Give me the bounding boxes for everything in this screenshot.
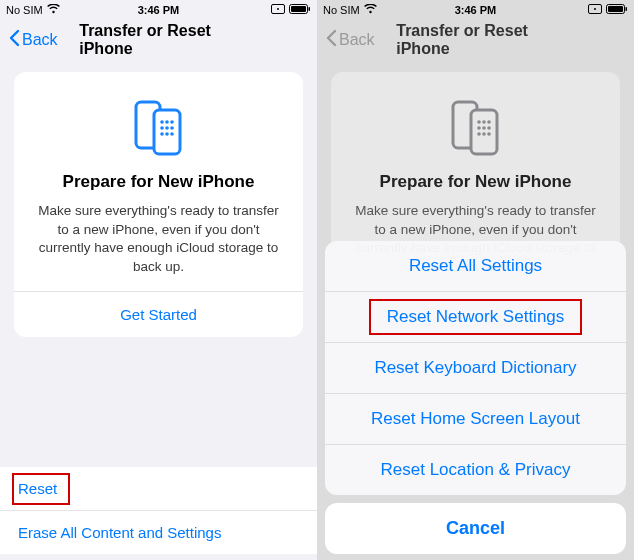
svg-point-14 [165, 132, 169, 136]
svg-point-27 [482, 126, 486, 130]
reset-row[interactable]: Reset [0, 467, 317, 511]
clock-label: 3:46 PM [138, 4, 180, 16]
svg-point-7 [160, 120, 164, 124]
reset-action-sheet: Reset All Settings Reset Network Setting… [325, 241, 626, 554]
bottom-list: Reset Erase All Content and Settings [0, 467, 317, 554]
svg-rect-4 [309, 7, 311, 11]
svg-point-23 [477, 120, 481, 124]
sheet-option-reset-all[interactable]: Reset All Settings [325, 241, 626, 292]
back-button[interactable]: Back [325, 29, 375, 51]
svg-point-26 [477, 126, 481, 130]
prepare-card: Prepare for New iPhone Make sure everyth… [14, 72, 303, 337]
chevron-left-icon [325, 29, 337, 51]
svg-point-10 [160, 126, 164, 130]
orientation-lock-icon [271, 4, 285, 16]
svg-point-8 [165, 120, 169, 124]
chevron-left-icon [8, 29, 20, 51]
clock-label: 3:46 PM [455, 4, 497, 16]
sheet-cancel-group: Cancel [325, 503, 626, 554]
iphones-icon [345, 96, 606, 162]
svg-rect-6 [154, 110, 180, 154]
battery-icon [606, 4, 628, 16]
card-title: Prepare for New iPhone [28, 172, 289, 192]
card-body: Make sure everything's ready to transfer… [28, 202, 289, 277]
right-screenshot: No SIM 3:46 PM Back Transfer or Reset iP… [317, 0, 634, 560]
iphones-icon [28, 96, 289, 162]
svg-point-9 [170, 120, 174, 124]
back-label: Back [22, 31, 58, 49]
nav-bar: Back Transfer or Reset iPhone [0, 20, 317, 60]
erase-row[interactable]: Erase All Content and Settings [0, 511, 317, 554]
svg-rect-19 [608, 6, 623, 12]
svg-point-28 [487, 126, 491, 130]
back-button[interactable]: Back [8, 29, 58, 51]
battery-icon [289, 4, 311, 16]
svg-point-30 [482, 132, 486, 136]
svg-point-11 [165, 126, 169, 130]
svg-point-12 [170, 126, 174, 130]
get-started-button[interactable]: Get Started [28, 292, 289, 337]
svg-rect-22 [471, 110, 497, 154]
svg-point-31 [487, 132, 491, 136]
page-title: Transfer or Reset iPhone [396, 22, 555, 58]
sheet-option-reset-location[interactable]: Reset Location & Privacy [325, 445, 626, 495]
cancel-button[interactable]: Cancel [325, 503, 626, 554]
status-bar: No SIM 3:46 PM [317, 0, 634, 20]
sheet-options-group: Reset All Settings Reset Network Setting… [325, 241, 626, 495]
svg-point-13 [160, 132, 164, 136]
sheet-option-reset-keyboard[interactable]: Reset Keyboard Dictionary [325, 343, 626, 394]
status-bar: No SIM 3:46 PM [0, 0, 317, 20]
svg-rect-20 [626, 7, 628, 11]
nav-bar: Back Transfer or Reset iPhone [317, 20, 634, 60]
sheet-option-label: Reset Network Settings [387, 307, 565, 326]
erase-label: Erase All Content and Settings [18, 524, 221, 541]
back-label: Back [339, 31, 375, 49]
svg-point-1 [277, 8, 279, 10]
svg-point-17 [594, 8, 596, 10]
sheet-option-reset-home[interactable]: Reset Home Screen Layout [325, 394, 626, 445]
left-screenshot: No SIM 3:46 PM Back Transfer or Reset iP… [0, 0, 317, 560]
carrier-label: No SIM [6, 4, 43, 16]
svg-point-15 [170, 132, 174, 136]
svg-point-24 [482, 120, 486, 124]
wifi-icon [364, 4, 377, 16]
carrier-label: No SIM [323, 4, 360, 16]
sheet-option-reset-network[interactable]: Reset Network Settings [325, 292, 626, 343]
svg-point-25 [487, 120, 491, 124]
wifi-icon [47, 4, 60, 16]
card-title: Prepare for New iPhone [345, 172, 606, 192]
svg-point-29 [477, 132, 481, 136]
page-title: Transfer or Reset iPhone [79, 22, 238, 58]
svg-rect-3 [291, 6, 306, 12]
orientation-lock-icon [588, 4, 602, 16]
reset-label: Reset [18, 480, 57, 497]
